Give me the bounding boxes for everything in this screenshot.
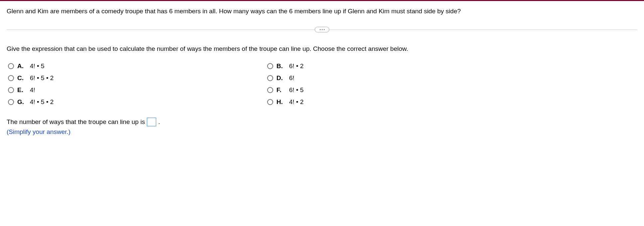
radio-icon[interactable] xyxy=(8,99,14,105)
answer-suffix: . xyxy=(158,118,160,126)
option-text: 6! • 5 • 2 xyxy=(28,74,54,82)
radio-icon[interactable] xyxy=(267,87,273,93)
option-letter: F. xyxy=(276,86,284,94)
radio-icon[interactable] xyxy=(267,75,273,81)
option-text: 4! xyxy=(28,86,35,94)
option-g[interactable]: G. 4! • 5 • 2 xyxy=(8,98,267,106)
option-a[interactable]: A. 4! • 5 xyxy=(8,62,267,70)
radio-icon[interactable] xyxy=(8,75,14,81)
hint-text: (Simplify your answer.) xyxy=(7,128,637,136)
answer-input[interactable] xyxy=(147,118,156,126)
option-d[interactable]: D. 6! xyxy=(267,74,526,82)
option-letter: H. xyxy=(276,98,284,106)
option-text: 6! xyxy=(287,74,294,82)
radio-icon[interactable] xyxy=(267,63,273,69)
radio-icon[interactable] xyxy=(8,87,14,93)
option-letter: D. xyxy=(276,74,284,82)
question-text: Glenn and Kim are members of a comedy tr… xyxy=(7,7,637,16)
option-text: 4! • 5 xyxy=(28,62,45,70)
section-divider xyxy=(7,26,637,33)
option-text: 6! • 5 xyxy=(287,86,304,94)
instruction-text: Give the expression that can be used to … xyxy=(7,45,637,54)
options-grid: A. 4! • 5 B. 6! • 2 C. 6! • 5 • 2 D. 6! … xyxy=(7,62,637,106)
option-f[interactable]: F. 6! • 5 xyxy=(267,86,526,94)
option-letter: B. xyxy=(276,62,284,70)
expand-icon[interactable] xyxy=(315,27,329,32)
option-letter: C. xyxy=(17,74,25,82)
option-letter: A. xyxy=(17,62,25,70)
answer-line: The number of ways that the troupe can l… xyxy=(7,118,637,126)
option-letter: E. xyxy=(17,86,25,94)
radio-icon[interactable] xyxy=(267,99,273,105)
radio-icon[interactable] xyxy=(8,63,14,69)
answer-prefix: The number of ways that the troupe can l… xyxy=(7,118,145,126)
option-text: 6! • 2 xyxy=(287,62,304,70)
option-b[interactable]: B. 6! • 2 xyxy=(267,62,526,70)
option-text: 4! • 2 xyxy=(287,98,304,106)
option-e[interactable]: E. 4! xyxy=(8,86,267,94)
option-c[interactable]: C. 6! • 5 • 2 xyxy=(8,74,267,82)
option-letter: G. xyxy=(17,98,25,106)
option-text: 4! • 5 • 2 xyxy=(28,98,54,106)
option-h[interactable]: H. 4! • 2 xyxy=(267,98,526,106)
